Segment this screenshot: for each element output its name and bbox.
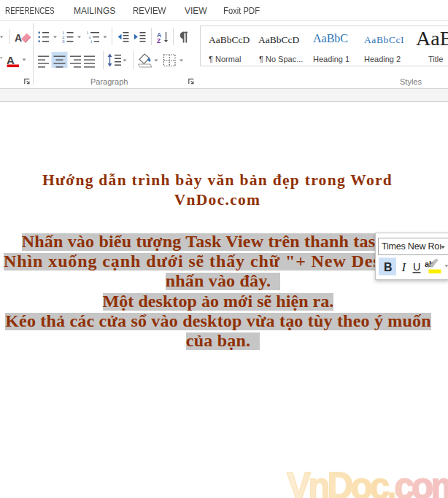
svg-text:A: A	[7, 54, 15, 66]
svg-text:Z: Z	[157, 37, 161, 44]
svg-text:I: I	[401, 260, 407, 274]
svg-text:A: A	[15, 32, 22, 44]
svg-text:B: B	[384, 261, 393, 273]
svg-text:U: U	[413, 261, 420, 273]
svg-text:i: i	[91, 39, 93, 44]
svg-text:3: 3	[62, 39, 65, 44]
